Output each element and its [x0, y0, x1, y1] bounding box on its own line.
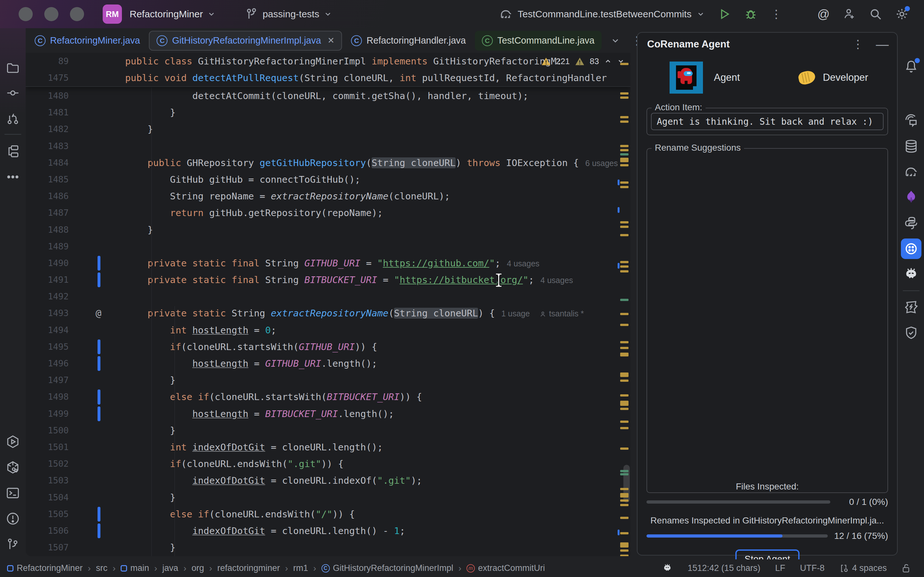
line-number[interactable]: 1493: [26, 305, 77, 322]
changed-lines-marker[interactable]: [97, 406, 100, 421]
tab-githistoryrefactoringminerimpl[interactable]: C GitHistoryRefactoringMinerImpl.java ✕: [149, 31, 342, 51]
code-line[interactable]: 1492: [26, 288, 630, 305]
code-line[interactable]: 1488 }: [26, 221, 630, 238]
notifications-tool-button[interactable]: [901, 56, 921, 77]
code-line[interactable]: 1486 String repoName = extractRepository…: [26, 188, 630, 205]
line-number[interactable]: 1489: [26, 238, 77, 255]
services-tool-button[interactable]: [3, 432, 23, 452]
code-line[interactable]: 1491 private static final String BITBUCK…: [26, 271, 630, 288]
corename-agent-tool-button[interactable]: [901, 239, 921, 259]
code-line[interactable]: 1494 int hostLength = 0;: [26, 322, 630, 338]
code-line[interactable]: 1485 GitHub gitHub = connectToGitHub();: [26, 171, 630, 188]
run-configuration-selector[interactable]: TestCommandLine.testBetweenCommits: [499, 7, 705, 21]
ai-chat-tool-button[interactable]: [901, 110, 921, 131]
python-console-tool-button[interactable]: [901, 213, 921, 234]
plugin-tool-button[interactable]: [901, 187, 921, 208]
mask-tool-button[interactable]: [901, 264, 921, 285]
breadcrumb-item[interactable]: rm1: [293, 563, 309, 573]
line-number[interactable]: 1495: [26, 338, 77, 355]
code-line[interactable]: 1495 if(cloneURL.startsWith(GITHUB_URI))…: [26, 338, 630, 355]
action-item-field[interactable]: Agent is thinking. Sit back and relax :): [651, 113, 884, 130]
breadcrumb-item[interactable]: RefactoringMiner: [7, 563, 83, 573]
changed-lines-marker[interactable]: [97, 507, 100, 522]
ai-assistant-button[interactable]: @: [817, 7, 830, 21]
close-tab-icon[interactable]: ✕: [328, 35, 334, 45]
encoding-selector[interactable]: UTF-8: [800, 563, 825, 573]
tab-list-chevron-icon[interactable]: [611, 36, 620, 45]
more-tools-button[interactable]: [3, 167, 23, 187]
minimize-window-icon[interactable]: [44, 7, 58, 21]
line-number[interactable]: 1480: [26, 87, 77, 104]
changed-lines-marker[interactable]: [97, 256, 100, 271]
gradle-tool-button[interactable]: [901, 161, 921, 182]
code-with-me-button[interactable]: [843, 7, 856, 21]
code-line[interactable]: 89public class GitHistoryRefactoringMine…: [26, 53, 630, 69]
line-number[interactable]: 1483: [26, 138, 77, 155]
changed-lines-marker[interactable]: [97, 524, 100, 538]
line-number[interactable]: 1488: [26, 221, 77, 238]
code-editor[interactable]: 89public class GitHistoryRefactoringMine…: [26, 53, 630, 556]
breadcrumb-item[interactable]: main: [121, 563, 149, 573]
line-number[interactable]: 1504: [26, 489, 77, 506]
python-packages-tool-button[interactable]: [3, 457, 23, 478]
build-tool-button[interactable]: [901, 297, 921, 318]
changed-lines-marker[interactable]: [97, 356, 100, 371]
line-number[interactable]: 1500: [26, 422, 77, 439]
code-line[interactable]: 1503 indexOfDotGit = cloneURL.indexOf(".…: [26, 472, 630, 489]
scrollbar-error-stripe[interactable]: [618, 53, 630, 556]
line-number[interactable]: 1506: [26, 522, 77, 539]
code-line[interactable]: 1496 hostLength = GITHUB_URI.length();: [26, 355, 630, 372]
database-tool-button[interactable]: [901, 136, 921, 156]
code-line[interactable]: 1490 private static final String GITHUB_…: [26, 255, 630, 271]
line-number[interactable]: 1490: [26, 255, 77, 271]
code-line[interactable]: 1504 }: [26, 489, 630, 506]
run-button[interactable]: [718, 7, 731, 21]
line-number[interactable]: 1497: [26, 372, 77, 388]
code-line[interactable]: 1499 hostLength = BITBUCKET_URI.length()…: [26, 406, 630, 422]
caret-position[interactable]: 1512:42 (15 chars): [688, 563, 760, 573]
changed-lines-marker[interactable]: [97, 390, 100, 404]
more-actions-button[interactable]: ⋮: [771, 11, 782, 17]
line-number[interactable]: 1486: [26, 188, 77, 205]
line-number[interactable]: 1503: [26, 472, 77, 489]
unlocked-icon[interactable]: [901, 563, 911, 574]
line-number[interactable]: 1499: [26, 406, 77, 422]
branch-selector[interactable]: passing-tests: [244, 7, 332, 21]
maximize-window-icon[interactable]: [70, 7, 84, 21]
line-number[interactable]: 1482: [26, 121, 77, 137]
trust-tool-button[interactable]: [901, 322, 921, 343]
panel-options-button[interactable]: ⋮: [852, 41, 864, 47]
changed-lines-marker[interactable]: [97, 272, 100, 287]
code-line[interactable]: 1489: [26, 238, 630, 255]
version-control-tool-button[interactable]: [3, 534, 23, 554]
gutter-at-icon[interactable]: @: [95, 305, 102, 322]
project-tool-button[interactable]: [3, 58, 23, 78]
line-number[interactable]: 1501: [26, 439, 77, 456]
code-line[interactable]: 1502 if(cloneURL.endsWith(".git")) {: [26, 456, 630, 472]
close-window-icon[interactable]: [19, 7, 33, 21]
code-line[interactable]: 1480 detectAtCommit(cloneURL, commit.get…: [26, 87, 630, 104]
line-number[interactable]: 89: [26, 53, 77, 69]
structure-tool-button[interactable]: [3, 141, 23, 161]
pull-requests-tool-button[interactable]: [3, 108, 23, 129]
problems-tool-button[interactable]: [3, 508, 23, 529]
window-controls[interactable]: [19, 7, 84, 21]
line-number[interactable]: 1498: [26, 388, 77, 405]
changed-lines-marker[interactable]: [97, 340, 100, 354]
line-number[interactable]: 1475: [26, 69, 77, 86]
breadcrumb-item[interactable]: refactoringminer: [217, 563, 280, 573]
breadcrumb-item[interactable]: org: [192, 563, 204, 573]
panel-minimize-button[interactable]: —: [876, 41, 889, 47]
line-number[interactable]: 1492: [26, 288, 77, 305]
prev-issue-button[interactable]: [604, 57, 612, 65]
tab-testcommandline[interactable]: C TestCommandLine.java: [475, 31, 602, 51]
mask-status-icon[interactable]: [662, 563, 673, 574]
terminal-tool-button[interactable]: [3, 483, 23, 503]
line-number[interactable]: 1485: [26, 171, 77, 188]
project-selector[interactable]: RefactoringMiner: [129, 9, 216, 19]
line-number[interactable]: 1505: [26, 506, 77, 522]
code-line[interactable]: 1507 }: [26, 539, 630, 556]
line-number[interactable]: 1502: [26, 456, 77, 472]
breadcrumb-item[interactable]: java: [162, 563, 178, 573]
code-line[interactable]: 1493@ private static String extractRepos…: [26, 305, 630, 322]
